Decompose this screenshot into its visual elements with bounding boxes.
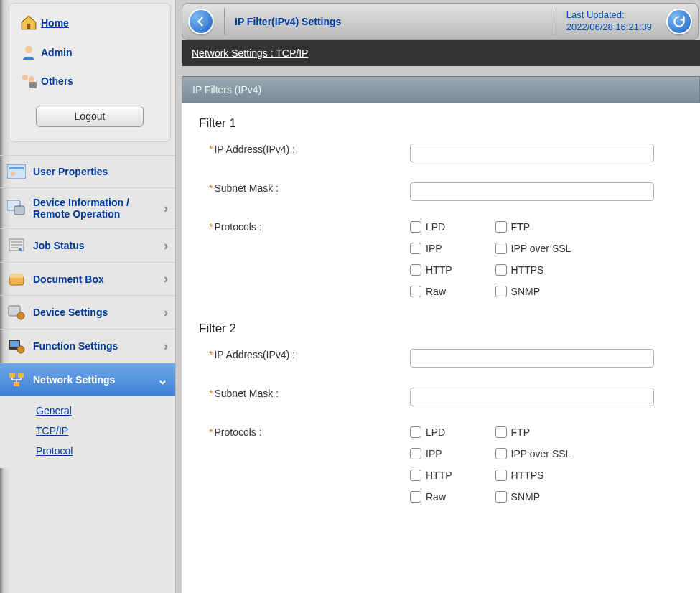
checkbox-icon bbox=[410, 243, 421, 254]
filter1-proto-ftp[interactable]: FTP bbox=[495, 221, 571, 233]
filter1-proto-raw[interactable]: Raw bbox=[410, 286, 452, 297]
sidebar-nav: User Properties Device Information / Rem… bbox=[0, 155, 175, 470]
filter1-mask-input[interactable] bbox=[410, 182, 654, 201]
filter2-proto-snmp[interactable]: SNMP bbox=[495, 491, 571, 503]
svg-rect-18 bbox=[9, 373, 15, 378]
nav-device-settings[interactable]: Device Settings › bbox=[0, 295, 175, 329]
filter2-proto-http[interactable]: HTTP bbox=[410, 470, 452, 481]
chevron-down-icon: ⌄ bbox=[157, 372, 168, 388]
home-link[interactable]: Home bbox=[41, 17, 69, 29]
nav-label: Network Settings bbox=[33, 374, 115, 386]
filter2-protocols: LPD IPP HTTP Raw FTP IPP over SSL HTTPS … bbox=[410, 426, 571, 503]
checkbox-icon bbox=[495, 426, 507, 438]
nav-user-properties[interactable]: User Properties bbox=[0, 155, 175, 187]
device-info-icon bbox=[6, 200, 27, 216]
svg-point-14 bbox=[17, 312, 24, 319]
checkbox-icon bbox=[495, 243, 507, 254]
checkbox-icon bbox=[495, 286, 507, 297]
others-label: Others bbox=[41, 75, 73, 87]
checkbox-icon bbox=[495, 264, 507, 276]
svg-rect-7 bbox=[9, 167, 24, 169]
chevron-right-icon: › bbox=[164, 339, 168, 354]
job-status-icon bbox=[6, 238, 27, 253]
function-gear-icon bbox=[6, 338, 27, 354]
sidebar: Home Admin Others Logout User Properties bbox=[0, 0, 176, 593]
filter1-proto-snmp[interactable]: SNMP bbox=[495, 286, 571, 297]
nav-function-settings[interactable]: Function Settings › bbox=[0, 329, 175, 363]
refresh-button[interactable] bbox=[666, 9, 692, 34]
svg-rect-9 bbox=[14, 206, 24, 215]
breadcrumb-link[interactable]: Network Settings : TCP/IP bbox=[192, 47, 308, 59]
svg-point-1 bbox=[25, 46, 32, 53]
filter2-proto-ftp[interactable]: FTP bbox=[495, 426, 571, 438]
filter2-mask-input[interactable] bbox=[410, 388, 654, 406]
checkbox-icon bbox=[410, 264, 421, 276]
last-updated-label: Last Updated: bbox=[566, 9, 625, 20]
filter2-proto-ippssl[interactable]: IPP over SSL bbox=[495, 448, 571, 459]
filter1-ip-input[interactable] bbox=[410, 144, 654, 162]
svg-point-2 bbox=[22, 75, 28, 80]
protocols-label: *Protocols : bbox=[209, 221, 410, 233]
network-icon bbox=[6, 372, 27, 388]
nav-device-information[interactable]: Device Information / Remote Operation › bbox=[0, 187, 175, 228]
chevron-right-icon: › bbox=[164, 305, 168, 320]
nav-label: Device Settings bbox=[33, 307, 108, 318]
filter2-proto-raw[interactable]: Raw bbox=[410, 491, 452, 503]
svg-rect-16 bbox=[10, 341, 19, 347]
back-button[interactable] bbox=[188, 9, 214, 34]
filter-2-title: Filter 2 bbox=[199, 322, 683, 336]
sidebar-others-row[interactable]: Others bbox=[14, 67, 166, 95]
nav-label: User Properties bbox=[33, 166, 108, 177]
checkbox-icon bbox=[495, 221, 507, 233]
svg-rect-4 bbox=[29, 82, 37, 88]
svg-rect-19 bbox=[18, 373, 24, 378]
sidebar-home-row[interactable]: Home bbox=[14, 8, 166, 38]
filter2-proto-ipp[interactable]: IPP bbox=[410, 448, 452, 459]
breadcrumb: Network Settings : TCP/IP bbox=[182, 40, 700, 66]
filter2-proto-https[interactable]: HTTPS bbox=[495, 470, 571, 481]
network-subnav: General TCP/IP Protocol bbox=[0, 396, 175, 468]
device-gear-icon bbox=[6, 304, 27, 320]
checkbox-icon bbox=[410, 221, 421, 233]
nav-document-box[interactable]: Document Box › bbox=[0, 262, 175, 295]
sidebar-admin-row[interactable]: Admin bbox=[14, 38, 166, 67]
subnav-tcpip[interactable]: TCP/IP bbox=[36, 421, 175, 441]
filter1-proto-http[interactable]: HTTP bbox=[410, 264, 452, 276]
top-bar: IP Filter(IPv4) Settings Last Updated: 2… bbox=[182, 3, 699, 40]
filter-1-title: Filter 1 bbox=[199, 116, 683, 131]
filter2-ip-input[interactable] bbox=[410, 349, 654, 368]
checkbox-icon bbox=[410, 426, 421, 438]
nav-label: Document Box bbox=[33, 274, 104, 285]
filter1-proto-ippssl[interactable]: IPP over SSL bbox=[495, 243, 571, 254]
nav-label: Function Settings bbox=[33, 340, 118, 352]
nav-network-settings[interactable]: Network Settings ⌄ bbox=[0, 363, 175, 396]
nav-job-status[interactable]: Job Status › bbox=[0, 228, 175, 262]
checkbox-icon bbox=[410, 470, 421, 481]
checkbox-icon bbox=[495, 470, 507, 481]
svg-point-6 bbox=[11, 172, 15, 176]
user-admin-icon bbox=[17, 44, 41, 61]
checkbox-icon bbox=[410, 448, 421, 459]
filter1-proto-ipp[interactable]: IPP bbox=[410, 243, 452, 254]
svg-rect-0 bbox=[27, 24, 30, 29]
form-area: Filter 1 *IP Address(IPv4) : *Subnet Mas… bbox=[182, 103, 700, 593]
filter-2-block: Filter 2 *IP Address(IPv4) : *Subnet Mas… bbox=[199, 322, 683, 503]
mask-label: *Subnet Mask : bbox=[209, 388, 410, 399]
svg-point-17 bbox=[17, 346, 24, 353]
checkbox-icon bbox=[410, 491, 421, 503]
logout-button[interactable]: Logout bbox=[36, 106, 144, 127]
subnav-protocol[interactable]: Protocol bbox=[36, 441, 175, 461]
protocols-label: *Protocols : bbox=[209, 426, 410, 438]
chevron-right-icon: › bbox=[164, 271, 168, 286]
last-updated: Last Updated: 2022/06/28 16:21:39 bbox=[566, 9, 652, 34]
main-area: IP Filter(IPv4) Settings Last Updated: 2… bbox=[176, 0, 700, 593]
ip-label: *IP Address(IPv4) : bbox=[209, 349, 410, 360]
filter1-proto-lpd[interactable]: LPD bbox=[410, 221, 452, 233]
filter1-proto-https[interactable]: HTTPS bbox=[495, 264, 571, 276]
subnav-general[interactable]: General bbox=[36, 401, 175, 421]
nav-label: Job Status bbox=[33, 240, 85, 251]
last-updated-value: 2022/06/28 16:21:39 bbox=[566, 22, 652, 32]
checkbox-icon bbox=[495, 448, 507, 459]
filter2-proto-lpd[interactable]: LPD bbox=[410, 426, 452, 438]
checkbox-icon bbox=[410, 286, 421, 297]
